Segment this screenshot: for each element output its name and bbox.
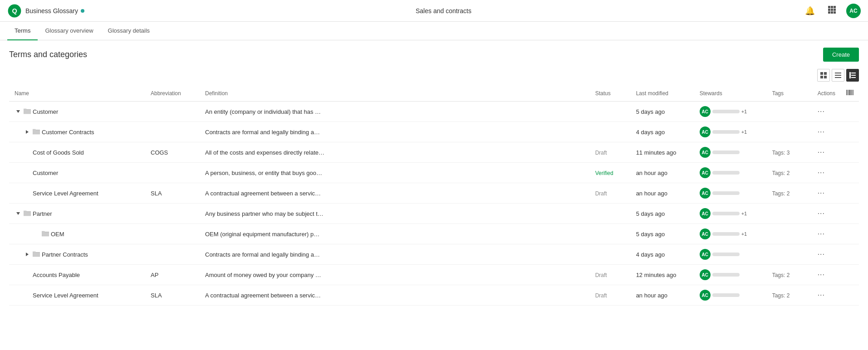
- steward-avatar: AC: [700, 228, 711, 239]
- tags-value: Tags: 3: [772, 150, 790, 156]
- row-actions-button[interactable]: ···: [818, 250, 825, 258]
- row-actions-button[interactable]: ···: [818, 128, 825, 136]
- user-avatar[interactable]: AC: [846, 4, 861, 18]
- cell-actions: ···: [812, 204, 841, 224]
- tab-glossary-details[interactable]: Glossary details: [101, 22, 157, 40]
- svg-rect-5: [828, 9, 830, 11]
- expand-button[interactable]: [15, 108, 22, 115]
- row-actions-button[interactable]: ···: [818, 230, 825, 238]
- tab-terms[interactable]: Terms: [7, 22, 38, 40]
- cell-actions: ···: [812, 142, 841, 163]
- tab-nav: Terms Glossary overview Glossary details: [0, 22, 868, 40]
- detail-view-button[interactable]: [846, 69, 859, 82]
- cell-settings: [841, 122, 859, 142]
- app-name-label: Business Glossary: [25, 7, 84, 15]
- cell-last-modified: 4 days ago: [631, 122, 694, 142]
- cell-status: [590, 102, 631, 122]
- column-settings-button[interactable]: [846, 89, 853, 97]
- svg-marker-30: [26, 253, 29, 256]
- row-actions-button[interactable]: ···: [818, 189, 825, 197]
- detail-view-icon: [849, 72, 856, 78]
- cell-name: Partner Contracts: [9, 244, 145, 265]
- steward-name-placeholder: [712, 253, 740, 256]
- cell-last-modified: an hour ago: [631, 163, 694, 183]
- expand-button[interactable]: [24, 128, 31, 136]
- svg-rect-6: [831, 9, 833, 11]
- notifications-button[interactable]: 🔔: [803, 4, 817, 18]
- qlik-logo-icon: Q: [7, 4, 22, 18]
- table-row: CustomerA person, business, or entity th…: [9, 163, 859, 183]
- steward-name-placeholder: [712, 171, 740, 175]
- col-header-name: Name: [9, 85, 145, 102]
- cell-settings: [841, 244, 859, 265]
- cell-abbreviation: SLA: [145, 183, 200, 204]
- cell-abbreviation: [145, 122, 200, 142]
- cell-tags: Tags: 2: [767, 265, 812, 285]
- cell-definition: OEM (original equipment manufacturer) p…: [200, 224, 590, 244]
- cell-tags: Tags: 2: [767, 183, 812, 204]
- grid-view-button[interactable]: [817, 69, 830, 82]
- cell-tags: [767, 224, 812, 244]
- svg-marker-29: [16, 212, 20, 215]
- cell-abbreviation: AP: [145, 265, 200, 285]
- cell-stewards: AC: [694, 285, 767, 306]
- col-header-settings: [841, 85, 859, 102]
- cell-actions: ···: [812, 183, 841, 204]
- status-badge: Draft: [595, 150, 607, 156]
- folder-icon: [33, 128, 40, 136]
- tab-glossary-overview[interactable]: Glossary overview: [38, 22, 100, 40]
- svg-rect-20: [851, 75, 856, 76]
- cell-last-modified: 11 minutes ago: [631, 142, 694, 163]
- row-name: Partner Contracts: [42, 251, 88, 258]
- cell-stewards: AC+1: [694, 224, 767, 244]
- page-header: Terms and categories Create: [9, 48, 859, 62]
- col-header-status: Status: [590, 85, 631, 102]
- list-view-button[interactable]: [832, 69, 844, 82]
- cell-actions: ···: [812, 224, 841, 244]
- row-actions-button[interactable]: ···: [818, 291, 825, 299]
- svg-rect-2: [828, 6, 830, 8]
- cell-name: Service Level Agreement: [9, 183, 145, 204]
- cell-name: Cost of Goods Sold: [9, 142, 145, 163]
- svg-rect-3: [831, 6, 833, 8]
- cell-abbreviation: COGS: [145, 142, 200, 163]
- cell-actions: ···: [812, 122, 841, 142]
- cell-actions: ···: [812, 244, 841, 265]
- svg-rect-15: [835, 73, 841, 73]
- row-name: Partner: [33, 210, 52, 217]
- row-name: Customer: [33, 170, 58, 176]
- row-actions-button[interactable]: ···: [818, 107, 825, 116]
- steward-name-placeholder: [712, 232, 740, 236]
- cell-stewards: AC: [694, 244, 767, 265]
- app-header: Q Business Glossary Sales and contracts …: [0, 0, 868, 22]
- row-actions-button[interactable]: ···: [818, 209, 825, 218]
- row-actions-button[interactable]: ···: [818, 169, 825, 177]
- row-actions-button[interactable]: ···: [818, 148, 825, 156]
- terms-table: Name Abbreviation Definition Status Last…: [9, 85, 859, 306]
- steward-avatar: AC: [700, 208, 711, 219]
- status-badge: Draft: [595, 272, 607, 278]
- tags-value: Tags: 2: [772, 170, 790, 176]
- col-header-abbreviation: Abbreviation: [145, 85, 200, 102]
- cell-tags: [767, 102, 812, 122]
- cell-definition: Contracts are formal and legally binding…: [200, 244, 590, 265]
- apps-grid-button[interactable]: [824, 4, 839, 18]
- expand-button[interactable]: [24, 251, 31, 258]
- svg-rect-19: [851, 73, 856, 73]
- cell-status: Draft: [590, 142, 631, 163]
- steward-name-placeholder: [712, 130, 740, 134]
- cell-tags: [767, 122, 812, 142]
- tags-value: Tags: 2: [772, 292, 790, 299]
- tags-value: Tags: 2: [772, 272, 790, 278]
- cell-settings: [841, 142, 859, 163]
- create-button[interactable]: Create: [823, 48, 859, 62]
- row-name: Cost of Goods Sold: [33, 149, 84, 156]
- table-row: Accounts PayableAPAmount of money owed b…: [9, 265, 859, 285]
- expand-button[interactable]: [15, 210, 22, 217]
- row-actions-button[interactable]: ···: [818, 271, 825, 279]
- cell-status: [590, 204, 631, 224]
- cell-settings: [841, 163, 859, 183]
- cell-last-modified: an hour ago: [631, 285, 694, 306]
- svg-rect-12: [824, 72, 827, 75]
- table-header-row: Name Abbreviation Definition Status Last…: [9, 85, 859, 102]
